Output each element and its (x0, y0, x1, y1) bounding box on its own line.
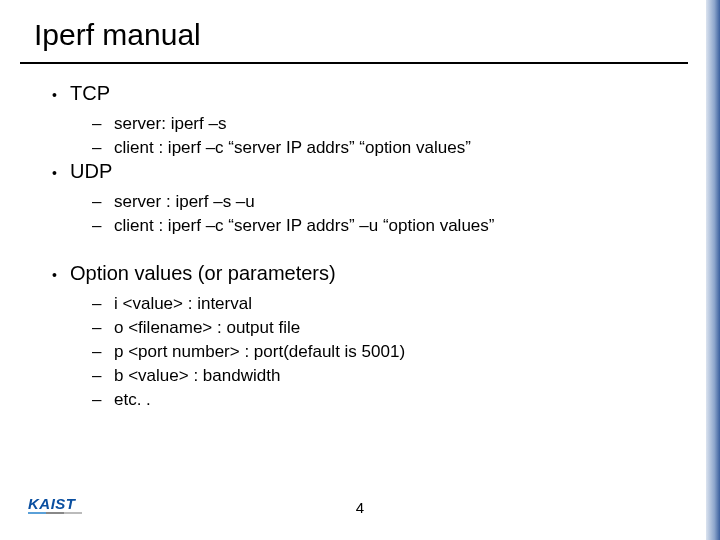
sub-item: –p <port number> : port(default is 5001) (92, 340, 672, 364)
sub-text: server : iperf –s –u (114, 190, 255, 214)
sub-list-tcp: –server: iperf –s –client : iperf –c “se… (92, 112, 672, 160)
sub-item: –i <value> : interval (92, 292, 672, 316)
bullet-label: Option values (or parameters) (70, 262, 336, 285)
sub-item: –server : iperf –s –u (92, 190, 672, 214)
sub-text: client : iperf –c “server IP addrs” –u “… (114, 214, 494, 238)
sub-item: –client : iperf –c “server IP addrs” –u … (92, 214, 672, 238)
sub-text: server: iperf –s (114, 112, 226, 136)
page-number: 4 (0, 499, 720, 516)
right-gradient-bar (706, 0, 720, 540)
sub-text: b <value> : bandwidth (114, 364, 280, 388)
slide-content: •TCP –server: iperf –s –client : iperf –… (52, 82, 672, 412)
bullet-options: •Option values (or parameters) (52, 262, 672, 288)
sub-text: o <filename> : output file (114, 316, 300, 340)
sub-item: –client : iperf –c “server IP addrs” “op… (92, 136, 672, 160)
bullet-label: TCP (70, 82, 110, 105)
bullet-tcp: •TCP (52, 82, 672, 108)
sub-item: –o <filename> : output file (92, 316, 672, 340)
sub-text: p <port number> : port(default is 5001) (114, 340, 405, 364)
sub-item: –server: iperf –s (92, 112, 672, 136)
sub-list-options: –i <value> : interval –o <filename> : ou… (92, 292, 672, 412)
sub-item: –etc. . (92, 388, 672, 412)
bullet-udp: •UDP (52, 160, 672, 186)
sub-text: client : iperf –c “server IP addrs” “opt… (114, 136, 471, 160)
bullet-label: UDP (70, 160, 112, 183)
slide-title: Iperf manual (34, 18, 201, 52)
sub-text: etc. . (114, 388, 151, 412)
sub-text: i <value> : interval (114, 292, 252, 316)
sub-list-udp: –server : iperf –s –u –client : iperf –c… (92, 190, 672, 238)
sub-item: –b <value> : bandwidth (92, 364, 672, 388)
title-underline (20, 62, 688, 64)
